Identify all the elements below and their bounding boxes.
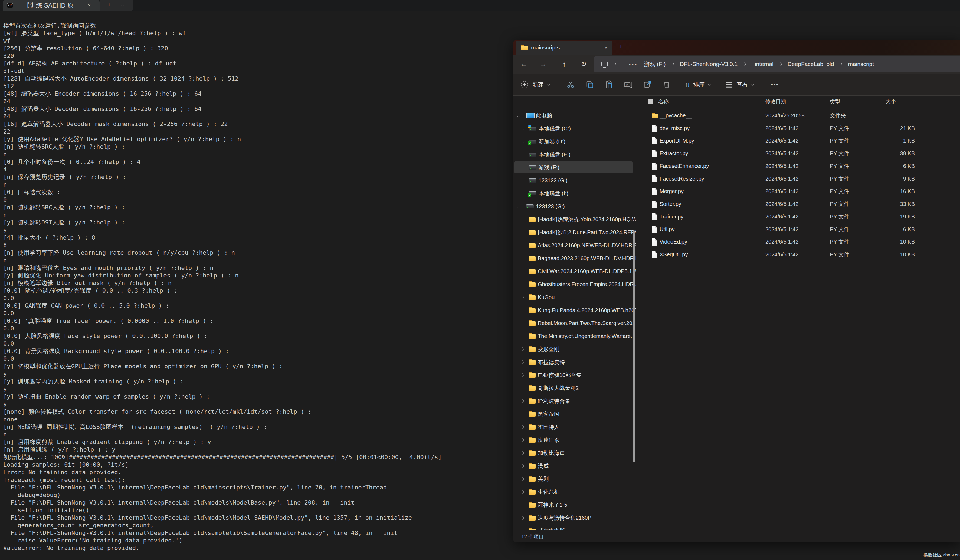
column-header-type[interactable]: 类型 [830, 98, 840, 105]
rename-button[interactable]: A [624, 73, 633, 96]
chevron-right-icon[interactable] [521, 425, 524, 429]
navigation-pane-scrollbar[interactable] [633, 230, 635, 462]
sidebar-item[interactable]: 本地磁盘 (C:) [514, 122, 636, 135]
chevron-right-icon[interactable] [521, 192, 524, 195]
chevron-down-icon[interactable] [517, 114, 520, 117]
file-row[interactable]: Merger.py2024/6/5 1:42PY 文件16 KB [641, 185, 960, 198]
chevron-right-icon[interactable] [521, 477, 524, 481]
explorer-tab-close-icon[interactable]: × [604, 45, 608, 51]
breadcrumb-item[interactable]: mainscript [848, 61, 874, 67]
file-row[interactable]: Extractor.py2024/6/5 1:42PY 文件39 KB [641, 147, 960, 160]
sidebar-item[interactable]: [Hao4K]热辣滚烫.Yolo.2024.2160p.HQ.WE [514, 213, 636, 226]
file-row[interactable]: FacesetResizer.py2024/6/5 1:42PY 文件9 KB [641, 172, 960, 185]
file-row[interactable]: Util.py2024/6/5 1:42PY 文件6 KB [641, 223, 960, 236]
terminal-tab-close-icon[interactable]: × [88, 2, 91, 8]
sidebar-item[interactable]: 电锯惊魂10部合集 [514, 369, 636, 381]
terminal-tab-dropdown-icon[interactable] [121, 3, 124, 6]
sidebar-item[interactable]: 布拉德皮特 [514, 356, 636, 369]
sidebar-item[interactable]: 游戏 (F:) [514, 161, 636, 174]
file-row[interactable]: FacesetEnhancer.py2024/6/5 1:42PY 文件6 KB [641, 160, 960, 172]
breadcrumb-item[interactable]: 游戏 (F:) [644, 60, 666, 68]
up-button[interactable]: ↑ [558, 54, 570, 73]
sidebar-item[interactable]: The.Ministry.of.Ungentlemanly.Warfare. [514, 330, 636, 343]
chevron-right-icon[interactable] [521, 140, 524, 143]
file-row[interactable]: ExportDFM.py2024/6/5 1:42PY 文件1 KB [641, 135, 960, 147]
terminal-tab[interactable]: --- 【训练 SAEHD 原 × [3, 0, 99, 11]
navigation-pane: 此电脑本地磁盘 (C:)新加卷 (D:)本地磁盘 (E:)游戏 (F:)1231… [514, 109, 636, 530]
refresh-button[interactable]: ↻ [578, 54, 590, 73]
delete-button[interactable] [662, 73, 671, 96]
column-header-name[interactable]: 名称 [658, 98, 669, 105]
paste-button[interactable] [604, 73, 614, 96]
chevron-right-icon[interactable] [521, 438, 524, 442]
chevron-right-icon[interactable] [521, 166, 524, 169]
copy-button[interactable] [585, 73, 594, 96]
chevron-right-icon[interactable] [521, 451, 524, 455]
sidebar-item[interactable]: Baghead.2023.2160p.WEB-DL.DV.HDR.H [514, 252, 636, 265]
sidebar-item[interactable]: KuGou [514, 291, 636, 304]
back-button[interactable]: ← [518, 54, 530, 73]
new-button[interactable]: 新建 [521, 73, 550, 96]
more-button[interactable]: ••• [771, 73, 779, 96]
sidebar-item[interactable]: 霍比特人 [514, 420, 636, 434]
chevron-right-icon[interactable] [521, 127, 524, 130]
sidebar-item[interactable]: 速度与激情合集2160P [514, 511, 636, 524]
chevron-right-icon[interactable] [521, 399, 524, 403]
sidebar-item[interactable]: 死神来了1-5 [514, 498, 636, 511]
chevron-right-icon[interactable] [521, 464, 524, 468]
chevron-down-icon[interactable] [517, 205, 520, 208]
file-row[interactable]: __pycache__2024/6/25 20:58文件夹 [641, 109, 960, 122]
sidebar-item[interactable]: 123123 (G:) [514, 200, 636, 213]
explorer-tab[interactable]: mainscripts × [515, 41, 613, 54]
chevron-right-icon[interactable] [521, 153, 524, 156]
sidebar-item[interactable]: [Hao4K]沙丘2.Dune.Part.Two.2024.REPA [514, 226, 636, 239]
sidebar-item[interactable]: Rebel.Moon.Part.Two.The.Scargiver.202 [514, 317, 636, 330]
breadcrumb-item[interactable]: DFL-ShenNong-V3.0.1 [680, 61, 738, 67]
chevron-right-icon[interactable] [521, 348, 524, 351]
sidebar-item[interactable]: 此电脑 [514, 109, 636, 122]
sidebar-item[interactable]: 漫威 [514, 459, 636, 472]
chevron-right-icon[interactable] [521, 295, 524, 299]
sidebar-item[interactable]: 黑客帝国 [514, 407, 636, 420]
sidebar-item[interactable]: 威尔史密斯 [514, 524, 636, 530]
view-button[interactable]: 查看 [725, 73, 754, 96]
explorer-new-tab-button[interactable]: + [619, 43, 623, 51]
sidebar-item[interactable]: 疾速追杀 [514, 434, 636, 447]
sidebar-item[interactable]: 123123 (G:) [514, 174, 636, 187]
breadcrumb-ellipsis[interactable]: ●●● [629, 63, 638, 66]
chevron-right-icon[interactable] [521, 516, 524, 520]
address-bar[interactable]: ●●● 游戏 (F:)DFL-ShenNong-V3.0.1_internalD… [594, 56, 960, 72]
sidebar-item[interactable]: 哈利波特合集 [514, 394, 636, 407]
file-row[interactable]: XSegUtil.py2024/6/5 1:42PY 文件10 KB [641, 248, 960, 261]
select-all-checkbox[interactable] [648, 99, 653, 104]
column-header-date[interactable]: 修改日期 [765, 98, 786, 105]
sidebar-item[interactable]: Atlas.2024.2160p.NF.WEB-DL.DV.HDR.E [514, 239, 636, 252]
share-button[interactable] [643, 73, 652, 96]
sidebar-item[interactable]: 加勒比海盗 [514, 447, 636, 459]
breadcrumb-item[interactable]: DeepFaceLab_old [787, 61, 834, 67]
file-row[interactable]: VideoEd.py2024/6/5 1:42PY 文件10 KB [641, 236, 960, 249]
forward-button[interactable]: → [537, 54, 549, 73]
file-row[interactable]: Trainer.py2024/6/5 1:42PY 文件19 KB [641, 211, 960, 223]
sidebar-item[interactable]: Ghostbusters.Frozen.Empire.2024.HDR.2 [514, 278, 636, 291]
sidebar-item[interactable]: 哥斯拉大战金刚2 [514, 381, 636, 394]
sidebar-item[interactable]: 美剧 [514, 472, 636, 485]
sidebar-item[interactable]: Kung.Fu.Panda.4.2024.2160p.WEB.h265 [514, 304, 636, 317]
file-row[interactable]: dev_misc.py2024/6/5 1:42PY 文件21 KB [641, 122, 960, 135]
sidebar-item[interactable]: 新加卷 (D:) [514, 135, 636, 148]
breadcrumb-item[interactable]: _internal [752, 61, 773, 67]
sidebar-item[interactable]: 生化危机 [514, 485, 636, 498]
chevron-right-icon[interactable] [521, 179, 524, 182]
sidebar-item[interactable]: Civil.War.2024.2160p.WEB-DL.DDP5.1.A [514, 265, 636, 278]
file-row[interactable]: Sorter.py2024/6/5 1:42PY 文件33 KB [641, 198, 960, 211]
chevron-right-icon[interactable] [521, 361, 524, 364]
chevron-right-icon[interactable] [521, 373, 524, 377]
column-header-size[interactable]: 大小 [886, 98, 896, 105]
sidebar-item[interactable]: 变形金刚 [514, 343, 636, 356]
cut-button[interactable] [566, 73, 575, 96]
chevron-right-icon[interactable] [521, 490, 524, 494]
terminal-new-tab-button[interactable]: + [107, 1, 111, 9]
sort-button[interactable]: ↑ ↓ 排序 [685, 73, 710, 96]
sidebar-item[interactable]: 本地磁盘 (E:) [514, 148, 636, 161]
sidebar-item[interactable]: 本地磁盘 (I:) [514, 187, 636, 200]
